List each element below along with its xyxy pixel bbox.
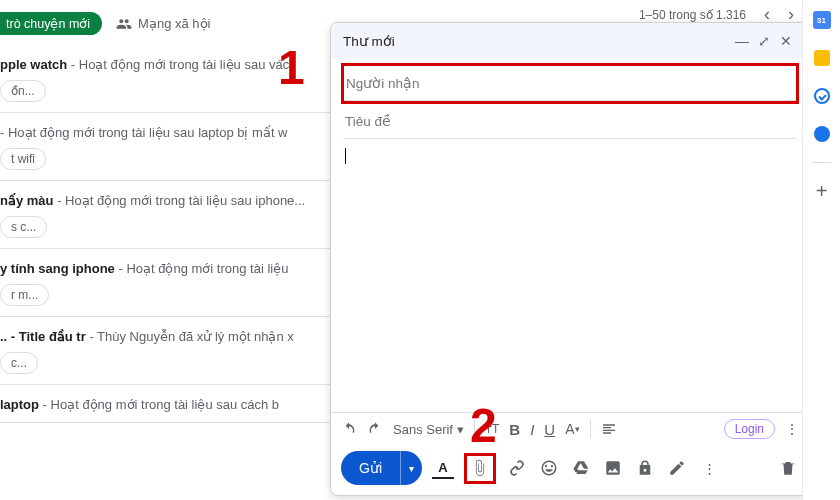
chip[interactable]: c... bbox=[0, 352, 38, 374]
chat-pill[interactable]: trò chuyện mới bbox=[0, 12, 102, 35]
text-cursor bbox=[345, 148, 346, 164]
chip[interactable]: t wifi bbox=[0, 148, 46, 170]
list-item[interactable]: y tính sang iphone - Hoạt động mới trong… bbox=[0, 249, 330, 317]
more-icon[interactable]: ⋮ bbox=[698, 457, 720, 479]
format-toggle-icon[interactable]: A bbox=[432, 457, 454, 479]
send-button[interactable]: Gửi ▾ bbox=[341, 451, 422, 485]
chip[interactable]: s c... bbox=[0, 216, 47, 238]
undo-icon[interactable] bbox=[341, 421, 357, 437]
list-item[interactable]: nấy màu - Hoạt động mới trong tài liệu s… bbox=[0, 181, 330, 249]
underline-icon[interactable]: U bbox=[544, 421, 555, 438]
bold-icon[interactable]: B bbox=[509, 421, 520, 438]
text-size-icon[interactable]: ᴛT bbox=[485, 422, 499, 436]
more-format-icon[interactable]: ⋮ bbox=[785, 421, 799, 437]
trash-icon[interactable] bbox=[777, 457, 799, 479]
send-more-icon[interactable]: ▾ bbox=[400, 451, 422, 485]
attach-highlight bbox=[464, 453, 496, 484]
compose-window: Thư mới — ⤢ ✕ Người nhận Tiêu đề Sans Se… bbox=[330, 22, 810, 496]
lock-icon[interactable] bbox=[634, 457, 656, 479]
side-panel: + bbox=[802, 0, 840, 500]
recipients-field[interactable]: Người nhận bbox=[344, 66, 796, 101]
text-color-icon[interactable]: A▾ bbox=[565, 421, 579, 437]
align-icon[interactable] bbox=[601, 421, 617, 437]
expand-icon[interactable]: ⤢ bbox=[753, 33, 775, 49]
pen-icon[interactable] bbox=[666, 457, 688, 479]
minimize-icon[interactable]: — bbox=[731, 33, 753, 49]
format-toolbar: Sans Serif ▾ ᴛT B I U A▾ Login ⋮ bbox=[331, 412, 809, 445]
list-item[interactable]: .. - Title đầu tr - Thùy Nguyễn đã xử lý… bbox=[0, 317, 330, 385]
inbox-list: pple watch - Hoạt động mới trong tài liệ… bbox=[0, 45, 330, 423]
font-select[interactable]: Sans Serif ▾ bbox=[393, 422, 464, 437]
redo-icon[interactable] bbox=[367, 421, 383, 437]
tab-social-label: Mạng xã hội bbox=[138, 16, 210, 31]
italic-icon[interactable]: I bbox=[530, 421, 534, 438]
list-item[interactable]: laptop - Hoạt động mới trong tài liệu sa… bbox=[0, 385, 330, 423]
chip[interactable]: ồn... bbox=[0, 80, 46, 102]
add-icon[interactable]: + bbox=[812, 181, 832, 201]
calendar-icon[interactable] bbox=[812, 10, 832, 30]
image-icon[interactable] bbox=[602, 457, 624, 479]
keep-icon[interactable] bbox=[812, 48, 832, 68]
link-icon[interactable] bbox=[506, 457, 528, 479]
drive-icon[interactable] bbox=[570, 457, 592, 479]
tab-social[interactable]: Mạng xã hội bbox=[116, 16, 210, 32]
list-item[interactable]: pple watch - Hoạt động mới trong tài liệ… bbox=[0, 45, 330, 113]
subject-field[interactable]: Tiêu đề bbox=[343, 104, 797, 139]
attach-icon[interactable] bbox=[469, 457, 491, 479]
contacts-icon[interactable] bbox=[812, 124, 832, 144]
compose-title: Thư mới bbox=[343, 33, 395, 49]
chip[interactable]: r m... bbox=[0, 284, 49, 306]
compose-body[interactable] bbox=[331, 139, 809, 412]
recipients-highlight: Người nhận bbox=[341, 63, 799, 104]
list-item[interactable]: - Hoạt động mới trong tài liệu sau lapto… bbox=[0, 113, 330, 181]
pager-range: 1–50 trong số 1.316 bbox=[639, 8, 746, 22]
send-row: Gửi ▾ A ⋮ bbox=[331, 445, 809, 495]
tasks-icon[interactable] bbox=[812, 86, 832, 106]
chevron-down-icon: ▾ bbox=[457, 422, 464, 437]
close-icon[interactable]: ✕ bbox=[775, 33, 797, 49]
emoji-icon[interactable] bbox=[538, 457, 560, 479]
send-label[interactable]: Gửi bbox=[341, 451, 400, 485]
people-icon bbox=[116, 16, 132, 32]
login-chip[interactable]: Login bbox=[724, 419, 775, 439]
